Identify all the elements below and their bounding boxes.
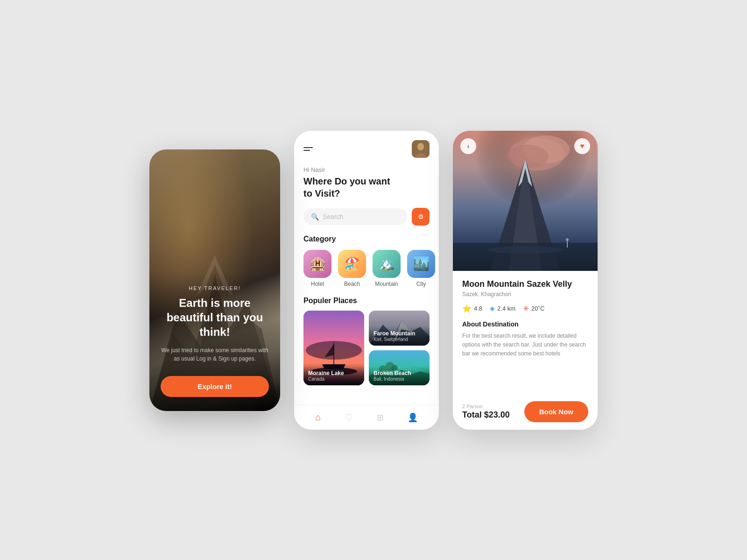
category-section-title: Category xyxy=(303,235,430,243)
nav-favorites[interactable]: ♡ xyxy=(345,412,353,423)
home-nav-icon: ⌂ xyxy=(315,412,321,423)
detail-stats: ⭐ 4.8 ◈ 2.4 km ✳ 20˚C xyxy=(462,304,588,313)
nav-grid[interactable]: ⊞ xyxy=(377,412,384,423)
filter-icon: ⚙ xyxy=(418,213,424,220)
category-item-beach[interactable]: 🏖️ Beach xyxy=(338,250,366,287)
main-heading: Where Do you want to Visit? xyxy=(303,175,430,199)
moraine-name: Moraine Lake xyxy=(308,370,359,376)
faroe-location: Kiel, Switzerland xyxy=(374,337,425,342)
detail-title: Moon Mountain Sazek Velly xyxy=(462,279,588,289)
favorite-button[interactable]: ♥ xyxy=(574,138,590,154)
right-column: Faroe Mountain Kiel, Switzerland xyxy=(369,311,430,385)
svg-point-30 xyxy=(566,238,569,241)
category-item-mountain[interactable]: 🏔️ Mountain xyxy=(373,250,401,287)
explore-button[interactable]: Explore it! xyxy=(161,376,269,397)
mountain-label: Mountain xyxy=(375,281,398,287)
category-item-hotel[interactable]: 🏨 Hotel xyxy=(303,250,331,287)
back-button[interactable]: ‹ xyxy=(460,138,476,154)
rating-stat: ⭐ 4.8 xyxy=(462,304,482,313)
location-icon: ◈ xyxy=(490,305,495,312)
user-avatar[interactable] xyxy=(412,140,430,158)
popular-section-title: Populer Places xyxy=(303,297,430,305)
mountain-emoji: 🏔️ xyxy=(379,256,395,271)
broken-overlay: Broken Beach Bali, Indonesia xyxy=(369,366,430,385)
home-screen: Hi Nasir Where Do you want to Visit? 🔍 S… xyxy=(294,131,439,430)
bottom-navigation: ⌂ ♡ ⊞ 👤 xyxy=(294,405,439,430)
beach-emoji: 🏖️ xyxy=(344,256,360,271)
avatar-image xyxy=(412,140,430,158)
beach-icon-box: 🏖️ xyxy=(338,250,366,278)
moraine-overlay: Moraine Lake Canada xyxy=(303,366,364,385)
menu-button[interactable] xyxy=(303,147,313,151)
faroe-name: Faroe Mountain xyxy=(374,330,425,337)
heading-line2: to Visit? xyxy=(303,188,340,198)
home-header xyxy=(303,140,430,158)
temperature-icon: ✳ xyxy=(523,304,529,313)
detail-screen: ‹ ♥ Moon Mountain Sazek Velly Sazek, Kha… xyxy=(453,131,598,430)
detail-hero: ‹ ♥ xyxy=(453,131,598,271)
hotel-icon-box: 🏨 xyxy=(303,250,331,278)
search-bar[interactable]: 🔍 Search xyxy=(303,208,407,225)
home-content: Hi Nasir Where Do you want to Visit? 🔍 S… xyxy=(294,131,439,405)
search-row: 🔍 Search ⚙ xyxy=(303,208,430,226)
total-price: Total $23.00 xyxy=(462,410,510,420)
heading-line1: Where Do you want xyxy=(303,176,390,186)
grid-nav-icon: ⊞ xyxy=(377,412,384,423)
beach-label: Beach xyxy=(344,281,360,287)
splash-eyebrow: HEY TRAVELER! xyxy=(161,285,269,291)
distance-value: 2.4 km xyxy=(497,305,515,312)
detail-footer: 2 Parson Total $23.00 Book Now xyxy=(453,394,598,430)
moraine-location: Canada xyxy=(308,376,359,382)
splash-overlay: HEY TRAVELER! Earth is more beautiful th… xyxy=(149,271,280,411)
place-card-faroe[interactable]: Faroe Mountain Kiel, Switzerland xyxy=(369,311,430,346)
detail-content: Moon Mountain Sazek Velly Sazek, Khagrac… xyxy=(453,271,598,394)
svg-point-4 xyxy=(417,143,424,150)
nav-profile[interactable]: 👤 xyxy=(408,412,418,423)
avatar-svg xyxy=(412,140,430,158)
about-text: For the best search result, we include d… xyxy=(462,332,588,359)
splash-title: Earth is more beautiful than you think! xyxy=(161,296,269,340)
place-card-moraine[interactable]: Moraine Lake Canada xyxy=(303,311,364,385)
greeting-text: Hi Nasir xyxy=(303,166,430,173)
splash-screen: HEY TRAVELER! Earth is more beautiful th… xyxy=(149,149,280,411)
category-item-city[interactable]: 🏙️ City xyxy=(407,250,435,287)
category-row: 🏨 Hotel 🏖️ Beach 🏔️ Mountain xyxy=(303,250,430,287)
hotel-emoji: 🏨 xyxy=(310,256,326,271)
search-icon: 🔍 xyxy=(311,213,319,220)
broken-location: Bali, Indonesia xyxy=(374,376,425,382)
detail-location: Sazek, Khagrachori xyxy=(462,291,588,298)
faroe-overlay: Faroe Mountain Kiel, Switzerland xyxy=(369,326,430,346)
screens-container: HEY TRAVELER! Earth is more beautiful th… xyxy=(149,131,598,430)
places-grid: Moraine Lake Canada xyxy=(303,311,430,385)
profile-nav-icon: 👤 xyxy=(408,412,418,423)
search-placeholder-text: Search xyxy=(323,213,343,220)
city-icon-box: 🏙️ xyxy=(407,250,435,278)
book-now-button[interactable]: Book Now xyxy=(524,401,588,422)
rating-value: 4.8 xyxy=(474,305,482,312)
hotel-label: Hotel xyxy=(311,281,324,287)
svg-point-28 xyxy=(488,246,563,254)
star-icon: ⭐ xyxy=(462,304,472,313)
city-label: City xyxy=(416,281,426,287)
menu-line-1 xyxy=(303,147,313,148)
about-title: About Destination xyxy=(462,320,588,328)
price-info: 2 Parson Total $23.00 xyxy=(462,404,510,420)
temperature-stat: ✳ 20˚C xyxy=(523,304,544,313)
mountain-icon-box: 🏔️ xyxy=(373,250,401,278)
city-emoji: 🏙️ xyxy=(413,256,430,271)
svg-point-23 xyxy=(507,145,549,168)
splash-subtitle: We just tried to make some similarities … xyxy=(161,346,269,363)
favorites-nav-icon: ♡ xyxy=(345,412,353,423)
broken-name: Broken Beach xyxy=(374,370,425,376)
distance-stat: ◈ 2.4 km xyxy=(490,305,515,312)
temperature-value: 20˚C xyxy=(531,305,544,312)
filter-button[interactable]: ⚙ xyxy=(412,208,430,226)
place-card-broken[interactable]: Broken Beach Bali, Indonesia xyxy=(369,350,430,385)
menu-line-2 xyxy=(303,150,310,151)
person-label: 2 Parson xyxy=(462,404,510,409)
nav-home[interactable]: ⌂ xyxy=(315,412,321,423)
